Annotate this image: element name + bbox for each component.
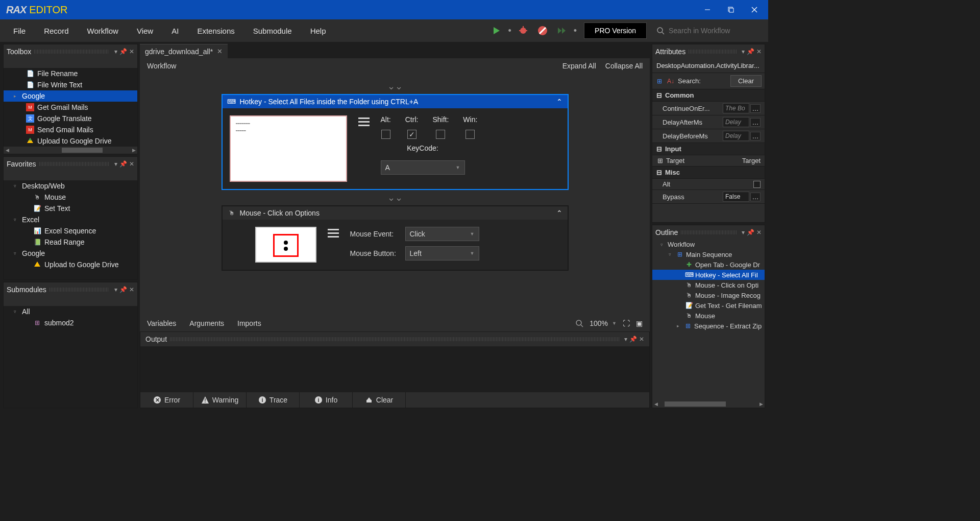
tab-close-icon[interactable]: ✕ xyxy=(217,48,223,55)
alt-checkbox[interactable] xyxy=(381,130,390,139)
search-icon[interactable] xyxy=(576,320,583,327)
pro-version-button[interactable]: PRO Version xyxy=(584,22,647,39)
editor-tab[interactable]: gdrive_download_all* ✕ xyxy=(140,44,228,58)
favorites-dropdown-icon[interactable]: ▾ xyxy=(114,160,117,168)
outline-mouse3[interactable]: 🖱Mouse xyxy=(652,311,765,321)
pin-icon[interactable]: 📌 xyxy=(747,229,754,236)
attr-target[interactable]: ⊞TargetTarget xyxy=(652,155,765,167)
fav-group-excel[interactable]: ▿Excel xyxy=(4,214,137,225)
fav-item-readrange[interactable]: 📗Read Range xyxy=(4,236,137,248)
filter-clear[interactable]: Clear xyxy=(353,392,406,408)
toolbox-item-gmail-get[interactable]: MGet Gmail Mails xyxy=(4,102,137,113)
fav-item-settext[interactable]: 📝Set Text xyxy=(4,203,137,214)
tab-imports[interactable]: Imports xyxy=(237,319,261,327)
fullscreen-icon[interactable]: ▣ xyxy=(636,319,643,327)
toolbox-group-google[interactable]: ▸Google xyxy=(4,90,137,102)
activity-hotkey[interactable]: ⌨ Hotkey - Select All Files inside the F… xyxy=(222,94,569,190)
outline-gettext[interactable]: 📝Get Text - Get Filenam xyxy=(652,300,765,311)
target-preview[interactable]: ━━━━━━━ ━━━━━ xyxy=(230,115,347,182)
close-button[interactable] xyxy=(743,0,766,19)
panel-close-icon[interactable]: ✕ xyxy=(129,48,134,55)
outline-dropdown-icon[interactable]: ▾ xyxy=(742,229,745,236)
clear-button[interactable]: Clear xyxy=(730,75,762,87)
attr-delayafter[interactable]: DelayAfterMsDelay… xyxy=(652,115,765,129)
fav-item-mouse[interactable]: 🖱Mouse xyxy=(4,192,137,203)
panel-close-icon[interactable]: ✕ xyxy=(639,336,644,343)
sort-az-icon[interactable]: A↓ xyxy=(667,77,675,85)
outline-workflow[interactable]: ▿Workflow xyxy=(652,240,765,249)
search-workflow[interactable] xyxy=(652,23,764,38)
shift-checkbox[interactable] xyxy=(436,130,445,139)
panel-close-icon[interactable]: ✕ xyxy=(756,229,762,236)
search-input[interactable] xyxy=(669,27,759,35)
stop-button[interactable] xyxy=(534,22,551,39)
toolbox-item-file-rename[interactable]: 📄File Rename xyxy=(4,68,137,79)
pin-icon[interactable]: 📌 xyxy=(119,160,127,168)
panel-close-icon[interactable]: ✕ xyxy=(129,286,134,293)
menu-submodule[interactable]: Submodule xyxy=(244,21,301,40)
toolbox-item-gdrive-upload[interactable]: Upload to Google Drive xyxy=(4,135,137,147)
fav-item-gdrive[interactable]: Upload to Google Drive xyxy=(4,259,137,270)
ctrl-checkbox[interactable] xyxy=(407,130,416,139)
submodules-dropdown-icon[interactable]: ▾ xyxy=(114,286,117,293)
fit-icon[interactable]: ⛶ xyxy=(623,319,630,327)
filter-info[interactable]: iInfo xyxy=(300,392,353,408)
workflow-canvas[interactable]: ⌄⌄ ⌨ Hotkey - Select All Files inside th… xyxy=(140,74,650,315)
mouse-event-dropdown[interactable]: Click▼ xyxy=(405,227,479,241)
panel-close-icon[interactable]: ✕ xyxy=(756,48,762,55)
collapse-icon[interactable]: ⌃ xyxy=(556,209,562,217)
tab-arguments[interactable]: Arguments xyxy=(189,319,224,327)
outline-mouse1[interactable]: 🖱Mouse - Click on Opti xyxy=(652,280,765,290)
attr-continueonerror[interactable]: ContinueOnEr...The Bo… xyxy=(652,102,765,115)
fastforward-button[interactable] xyxy=(553,22,571,39)
minimize-button[interactable] xyxy=(696,0,719,19)
sort-category-icon[interactable]: ⊞ xyxy=(655,77,664,85)
filter-trace[interactable]: iTrace xyxy=(247,392,300,408)
maximize-button[interactable] xyxy=(719,0,743,19)
target-preview-2[interactable] xyxy=(255,227,316,263)
win-checkbox[interactable] xyxy=(465,130,475,139)
outline-scrollbar[interactable]: ◀▶ xyxy=(652,400,765,408)
collapse-all-button[interactable]: Collapse All xyxy=(605,62,643,70)
outline-sequence[interactable]: ▸⊞Sequence - Extract Zip xyxy=(652,321,765,331)
debug-button[interactable] xyxy=(514,22,532,39)
toolbox-item-file-write[interactable]: 📄File Write Text xyxy=(4,79,137,90)
outline-hotkey[interactable]: ⌨Hotkey - Select All Fil xyxy=(652,270,765,280)
activity-mouse[interactable]: 🖱 Mouse - Click on Options ⌃ Mouse Event… xyxy=(222,205,569,271)
attr-bypass[interactable]: BypassFalse… xyxy=(652,190,765,204)
attr-alt[interactable]: Alt xyxy=(652,179,765,190)
expand-all-button[interactable]: Expand All xyxy=(562,62,596,70)
menu-file[interactable]: File xyxy=(4,21,35,40)
menu-workflow[interactable]: Workflow xyxy=(78,21,128,40)
attr-delaybefore[interactable]: DelayBeforeMsDelay… xyxy=(652,129,765,143)
menu-extensions[interactable]: Extensions xyxy=(188,21,243,40)
panel-close-icon[interactable]: ✕ xyxy=(129,160,134,168)
pin-icon[interactable]: 📌 xyxy=(119,48,127,55)
menu-icon[interactable] xyxy=(328,229,339,238)
submod-all[interactable]: ▿All xyxy=(4,306,137,317)
toolbox-scrollbar[interactable]: ◀▶ xyxy=(4,147,137,154)
filter-error[interactable]: ✕Error xyxy=(140,392,193,408)
menu-ai[interactable]: AI xyxy=(162,21,188,40)
outline-mouse2[interactable]: 🖱Mouse - Image Recog xyxy=(652,290,765,300)
menu-record[interactable]: Record xyxy=(35,21,78,40)
filter-warning[interactable]: !Warning xyxy=(193,392,247,408)
menu-view[interactable]: View xyxy=(128,21,162,40)
toolbox-dropdown-icon[interactable]: ▾ xyxy=(114,48,117,55)
fav-item-excelseq[interactable]: 📊Excel Sequence xyxy=(4,225,137,236)
run-button[interactable] xyxy=(487,22,505,39)
menu-icon[interactable] xyxy=(358,117,370,126)
outline-mainseq[interactable]: ▿⊞Main Sequence xyxy=(652,249,765,259)
zoom-dropdown[interactable]: 100%▼ xyxy=(590,319,617,327)
toolbox-item-translate[interactable]: 文Google Translate xyxy=(4,113,137,124)
collapse-icon[interactable]: ⌃ xyxy=(556,98,562,106)
submod-item[interactable]: ⊞submod2 xyxy=(4,317,137,328)
pin-icon[interactable]: 📌 xyxy=(119,286,127,293)
keycode-dropdown[interactable]: A▼ xyxy=(381,160,465,175)
pin-icon[interactable]: 📌 xyxy=(747,48,754,55)
outline-opentab[interactable]: ✚Open Tab - Google Dr xyxy=(652,259,765,270)
toolbox-item-gmail-send[interactable]: MSend Gmail Mails xyxy=(4,124,137,135)
pin-icon[interactable]: 📌 xyxy=(629,336,637,343)
fav-group-desktop[interactable]: ▿Desktop/Web xyxy=(4,180,137,192)
output-dropdown-icon[interactable]: ▾ xyxy=(624,336,627,343)
